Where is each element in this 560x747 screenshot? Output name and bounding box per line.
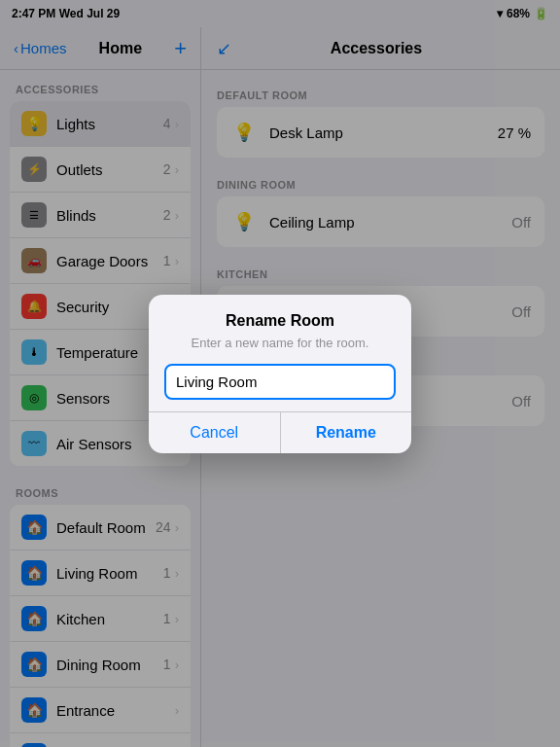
rename-room-dialog: Rename Room Enter a new name for the roo… bbox=[149, 295, 411, 453]
modal-overlay: Rename Room Enter a new name for the roo… bbox=[0, 0, 560, 747]
rename-button[interactable]: Rename bbox=[281, 412, 412, 453]
cancel-button[interactable]: Cancel bbox=[149, 412, 281, 453]
modal-subtitle: Enter a new name for the room. bbox=[164, 336, 396, 350]
modal-actions: Cancel Rename bbox=[149, 411, 411, 453]
modal-content: Rename Room Enter a new name for the roo… bbox=[149, 295, 411, 411]
modal-title: Rename Room bbox=[164, 312, 396, 330]
room-name-input[interactable] bbox=[164, 364, 396, 400]
